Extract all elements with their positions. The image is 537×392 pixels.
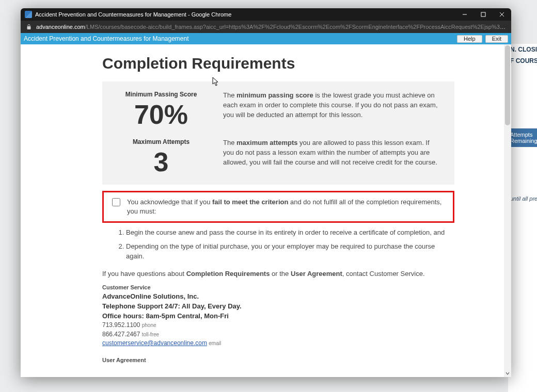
phone-1-row: 713.952.1100 phone bbox=[102, 321, 491, 330]
phone-1: 713.952.1100 bbox=[102, 321, 140, 329]
course-title: Accident Prevention and Countermeasures … bbox=[24, 35, 454, 42]
email-label: email bbox=[209, 340, 221, 346]
office-hours: Office hours: 8am-5pm Central, Mon-Fri bbox=[102, 312, 491, 321]
acknowledge-checkbox[interactable] bbox=[112, 198, 120, 206]
acknowledge-text: You acknowledge that if you fail to meet… bbox=[127, 198, 447, 216]
acknowledge-list: Begin the course anew and pass the cours… bbox=[118, 228, 449, 262]
ack-bold: fail to meet the criterion bbox=[212, 198, 288, 206]
help-button[interactable]: Help bbox=[457, 35, 482, 43]
score-value: 70% bbox=[115, 101, 208, 128]
close-button[interactable] bbox=[493, 8, 511, 21]
user-agreement-heading: User Agreement bbox=[102, 356, 491, 365]
bg-header-1: N. CLOSI bbox=[508, 44, 537, 55]
app-logo-icon bbox=[25, 11, 32, 18]
window-titlebar: Accident Prevention and Countermeasures … bbox=[21, 8, 511, 21]
svg-rect-4 bbox=[27, 26, 31, 29]
phone-2-row: 866.427.2467 toll-free bbox=[102, 330, 491, 339]
q-suffix: , contact Customer Service. bbox=[342, 270, 425, 277]
bg-attempts-1: Attempts bbox=[510, 132, 535, 138]
email-row: customerservice@advanceonline.com email bbox=[102, 339, 491, 348]
email-link[interactable]: customerservice@advanceonline.com bbox=[102, 339, 207, 347]
url-text: advanceonline.com/LMS/courses/basecode-a… bbox=[36, 24, 506, 30]
phone-2: 866.427.2467 bbox=[102, 331, 140, 338]
acknowledge-box: You acknowledge that if you fail to meet… bbox=[102, 191, 454, 223]
chrome-window: Accident Prevention and Countermeasures … bbox=[21, 8, 511, 377]
q-prefix: If you have questions about bbox=[102, 270, 186, 277]
address-bar[interactable]: advanceonline.com/LMS/courses/basecode-a… bbox=[21, 21, 511, 33]
svg-rect-1 bbox=[481, 12, 485, 17]
window-buttons bbox=[455, 8, 511, 21]
score-bold: minimum passing score bbox=[236, 91, 313, 99]
list-item: Begin the course anew and pass the cours… bbox=[126, 228, 449, 238]
cs-heading: Customer Service bbox=[102, 284, 491, 292]
customer-service-block: Customer Service AdvanceOnline Solutions… bbox=[102, 284, 491, 365]
course-header: Accident Prevention and Countermeasures … bbox=[21, 33, 511, 44]
q-mid: or the bbox=[270, 270, 290, 277]
bg-note: until all pre bbox=[508, 193, 537, 204]
lock-icon bbox=[26, 24, 32, 30]
url-path: /LMS/courses/basecode-aicc/build_frames.… bbox=[85, 24, 506, 30]
questions-line: If you have questions about Completion R… bbox=[102, 270, 449, 277]
phone-2-label: toll-free bbox=[142, 332, 159, 337]
score-row: Minimum Passing Score 70% The minimum pa… bbox=[115, 91, 442, 128]
list-item: Depending on the type of initial purchas… bbox=[126, 242, 449, 262]
exit-button[interactable]: Exit bbox=[485, 35, 508, 43]
minimize-button[interactable] bbox=[455, 8, 474, 21]
page-title: Completion Requirements bbox=[102, 55, 491, 72]
score-prefix: The bbox=[223, 91, 236, 99]
attempts-description: The maximum attempts you are allowed to … bbox=[223, 138, 442, 175]
content-area: Completion Requirements Minimum Passing … bbox=[21, 44, 511, 377]
attempts-row: Maximum Attempts 3 The maximum attempts … bbox=[115, 138, 442, 175]
attempts-label: Maximum Attempts bbox=[115, 138, 208, 145]
bg-attempts-header: Attempts Remaining bbox=[508, 128, 537, 147]
ack-prefix: You acknowledge that if you bbox=[127, 198, 212, 206]
support-line: Telephone Support 24/7: All Day, Every D… bbox=[102, 302, 491, 312]
score-description: The minimum passing score is the lowest … bbox=[223, 91, 442, 128]
company-name: AdvanceOnline Solutions, Inc. bbox=[102, 292, 491, 302]
q-bold1: Completion Requirements bbox=[186, 270, 270, 277]
requirements-box: Minimum Passing Score 70% The minimum pa… bbox=[102, 81, 454, 185]
attempts-value: 3 bbox=[115, 149, 208, 175]
window-title: Accident Prevention and Countermeasures … bbox=[35, 11, 455, 18]
phone-1-label: phone bbox=[142, 322, 156, 328]
attempts-bold: maximum attempts bbox=[236, 139, 297, 146]
attempts-prefix: The bbox=[223, 139, 236, 146]
q-bold2: User Agreement bbox=[291, 270, 342, 277]
background-course-panel: N. CLOSI F COURSE Attempts Remaining unt… bbox=[508, 44, 537, 392]
bg-attempts-2: Remaining bbox=[510, 138, 535, 144]
bg-header-2: F COURSE bbox=[508, 55, 537, 67]
maximize-button[interactable] bbox=[474, 8, 493, 21]
url-host: advanceonline.com bbox=[36, 24, 85, 30]
score-label: Minimum Passing Score bbox=[115, 91, 208, 98]
